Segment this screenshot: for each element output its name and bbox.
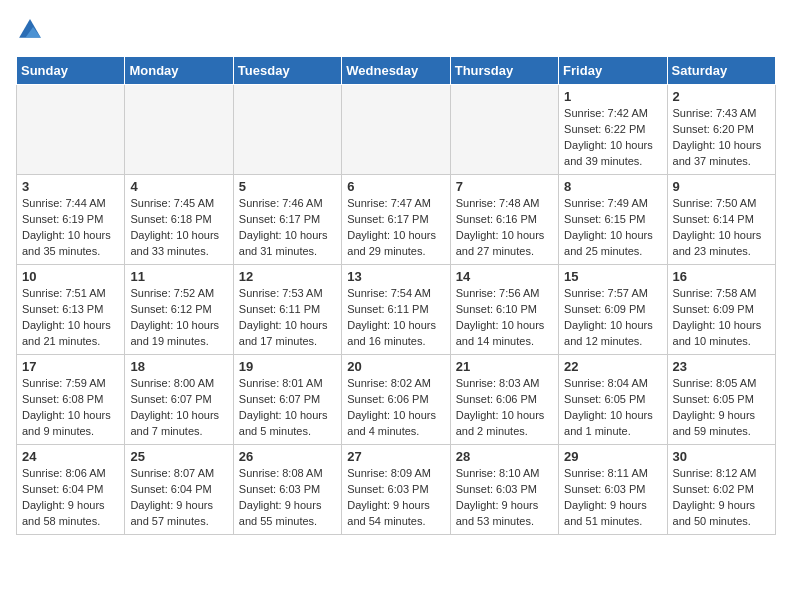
day-number: 1 [564, 89, 661, 104]
day-cell-2: 2Sunrise: 7:43 AM Sunset: 6:20 PM Daylig… [667, 85, 775, 175]
day-number: 19 [239, 359, 336, 374]
day-cell-17: 17Sunrise: 7:59 AM Sunset: 6:08 PM Dayli… [17, 355, 125, 445]
day-info: Sunrise: 7:58 AM Sunset: 6:09 PM Dayligh… [673, 286, 770, 350]
day-info: Sunrise: 8:12 AM Sunset: 6:02 PM Dayligh… [673, 466, 770, 530]
day-info: Sunrise: 7:47 AM Sunset: 6:17 PM Dayligh… [347, 196, 444, 260]
day-number: 10 [22, 269, 119, 284]
day-number: 9 [673, 179, 770, 194]
day-number: 15 [564, 269, 661, 284]
day-cell-29: 29Sunrise: 8:11 AM Sunset: 6:03 PM Dayli… [559, 445, 667, 535]
day-number: 18 [130, 359, 227, 374]
col-header-saturday: Saturday [667, 57, 775, 85]
day-cell-20: 20Sunrise: 8:02 AM Sunset: 6:06 PM Dayli… [342, 355, 450, 445]
day-number: 21 [456, 359, 553, 374]
empty-cell [233, 85, 341, 175]
day-info: Sunrise: 8:01 AM Sunset: 6:07 PM Dayligh… [239, 376, 336, 440]
day-info: Sunrise: 7:49 AM Sunset: 6:15 PM Dayligh… [564, 196, 661, 260]
day-cell-5: 5Sunrise: 7:46 AM Sunset: 6:17 PM Daylig… [233, 175, 341, 265]
day-info: Sunrise: 7:43 AM Sunset: 6:20 PM Dayligh… [673, 106, 770, 170]
day-cell-30: 30Sunrise: 8:12 AM Sunset: 6:02 PM Dayli… [667, 445, 775, 535]
day-cell-22: 22Sunrise: 8:04 AM Sunset: 6:05 PM Dayli… [559, 355, 667, 445]
day-cell-7: 7Sunrise: 7:48 AM Sunset: 6:16 PM Daylig… [450, 175, 558, 265]
empty-cell [450, 85, 558, 175]
day-number: 6 [347, 179, 444, 194]
day-number: 12 [239, 269, 336, 284]
day-cell-25: 25Sunrise: 8:07 AM Sunset: 6:04 PM Dayli… [125, 445, 233, 535]
col-header-tuesday: Tuesday [233, 57, 341, 85]
day-info: Sunrise: 7:56 AM Sunset: 6:10 PM Dayligh… [456, 286, 553, 350]
day-info: Sunrise: 7:48 AM Sunset: 6:16 PM Dayligh… [456, 196, 553, 260]
day-number: 3 [22, 179, 119, 194]
day-info: Sunrise: 8:06 AM Sunset: 6:04 PM Dayligh… [22, 466, 119, 530]
logo [16, 16, 48, 44]
day-info: Sunrise: 7:53 AM Sunset: 6:11 PM Dayligh… [239, 286, 336, 350]
day-number: 27 [347, 449, 444, 464]
day-cell-1: 1Sunrise: 7:42 AM Sunset: 6:22 PM Daylig… [559, 85, 667, 175]
day-cell-14: 14Sunrise: 7:56 AM Sunset: 6:10 PM Dayli… [450, 265, 558, 355]
day-info: Sunrise: 8:08 AM Sunset: 6:03 PM Dayligh… [239, 466, 336, 530]
day-cell-11: 11Sunrise: 7:52 AM Sunset: 6:12 PM Dayli… [125, 265, 233, 355]
day-number: 16 [673, 269, 770, 284]
day-number: 22 [564, 359, 661, 374]
day-info: Sunrise: 8:00 AM Sunset: 6:07 PM Dayligh… [130, 376, 227, 440]
day-number: 30 [673, 449, 770, 464]
col-header-thursday: Thursday [450, 57, 558, 85]
day-info: Sunrise: 7:42 AM Sunset: 6:22 PM Dayligh… [564, 106, 661, 170]
day-info: Sunrise: 7:45 AM Sunset: 6:18 PM Dayligh… [130, 196, 227, 260]
day-number: 13 [347, 269, 444, 284]
day-info: Sunrise: 8:03 AM Sunset: 6:06 PM Dayligh… [456, 376, 553, 440]
day-number: 20 [347, 359, 444, 374]
day-number: 26 [239, 449, 336, 464]
day-info: Sunrise: 8:04 AM Sunset: 6:05 PM Dayligh… [564, 376, 661, 440]
day-cell-3: 3Sunrise: 7:44 AM Sunset: 6:19 PM Daylig… [17, 175, 125, 265]
day-number: 29 [564, 449, 661, 464]
day-info: Sunrise: 7:46 AM Sunset: 6:17 PM Dayligh… [239, 196, 336, 260]
day-cell-19: 19Sunrise: 8:01 AM Sunset: 6:07 PM Dayli… [233, 355, 341, 445]
day-number: 14 [456, 269, 553, 284]
day-info: Sunrise: 7:57 AM Sunset: 6:09 PM Dayligh… [564, 286, 661, 350]
day-cell-16: 16Sunrise: 7:58 AM Sunset: 6:09 PM Dayli… [667, 265, 775, 355]
day-info: Sunrise: 8:05 AM Sunset: 6:05 PM Dayligh… [673, 376, 770, 440]
day-info: Sunrise: 8:07 AM Sunset: 6:04 PM Dayligh… [130, 466, 227, 530]
day-cell-15: 15Sunrise: 7:57 AM Sunset: 6:09 PM Dayli… [559, 265, 667, 355]
day-info: Sunrise: 8:02 AM Sunset: 6:06 PM Dayligh… [347, 376, 444, 440]
week-row-3: 10Sunrise: 7:51 AM Sunset: 6:13 PM Dayli… [17, 265, 776, 355]
day-info: Sunrise: 7:50 AM Sunset: 6:14 PM Dayligh… [673, 196, 770, 260]
header-row: SundayMondayTuesdayWednesdayThursdayFrid… [17, 57, 776, 85]
day-cell-9: 9Sunrise: 7:50 AM Sunset: 6:14 PM Daylig… [667, 175, 775, 265]
day-info: Sunrise: 8:09 AM Sunset: 6:03 PM Dayligh… [347, 466, 444, 530]
day-cell-24: 24Sunrise: 8:06 AM Sunset: 6:04 PM Dayli… [17, 445, 125, 535]
day-cell-18: 18Sunrise: 8:00 AM Sunset: 6:07 PM Dayli… [125, 355, 233, 445]
day-number: 24 [22, 449, 119, 464]
day-number: 25 [130, 449, 227, 464]
day-number: 7 [456, 179, 553, 194]
col-header-sunday: Sunday [17, 57, 125, 85]
day-number: 5 [239, 179, 336, 194]
day-cell-8: 8Sunrise: 7:49 AM Sunset: 6:15 PM Daylig… [559, 175, 667, 265]
day-cell-21: 21Sunrise: 8:03 AM Sunset: 6:06 PM Dayli… [450, 355, 558, 445]
day-number: 2 [673, 89, 770, 104]
day-cell-10: 10Sunrise: 7:51 AM Sunset: 6:13 PM Dayli… [17, 265, 125, 355]
day-number: 28 [456, 449, 553, 464]
day-info: Sunrise: 8:11 AM Sunset: 6:03 PM Dayligh… [564, 466, 661, 530]
day-cell-23: 23Sunrise: 8:05 AM Sunset: 6:05 PM Dayli… [667, 355, 775, 445]
calendar-table: SundayMondayTuesdayWednesdayThursdayFrid… [16, 56, 776, 535]
page-header [16, 16, 776, 44]
day-info: Sunrise: 7:59 AM Sunset: 6:08 PM Dayligh… [22, 376, 119, 440]
day-number: 8 [564, 179, 661, 194]
col-header-monday: Monday [125, 57, 233, 85]
week-row-1: 1Sunrise: 7:42 AM Sunset: 6:22 PM Daylig… [17, 85, 776, 175]
empty-cell [342, 85, 450, 175]
empty-cell [17, 85, 125, 175]
col-header-friday: Friday [559, 57, 667, 85]
day-number: 11 [130, 269, 227, 284]
day-cell-12: 12Sunrise: 7:53 AM Sunset: 6:11 PM Dayli… [233, 265, 341, 355]
day-cell-13: 13Sunrise: 7:54 AM Sunset: 6:11 PM Dayli… [342, 265, 450, 355]
day-cell-6: 6Sunrise: 7:47 AM Sunset: 6:17 PM Daylig… [342, 175, 450, 265]
day-info: Sunrise: 7:51 AM Sunset: 6:13 PM Dayligh… [22, 286, 119, 350]
day-cell-27: 27Sunrise: 8:09 AM Sunset: 6:03 PM Dayli… [342, 445, 450, 535]
week-row-4: 17Sunrise: 7:59 AM Sunset: 6:08 PM Dayli… [17, 355, 776, 445]
day-info: Sunrise: 7:54 AM Sunset: 6:11 PM Dayligh… [347, 286, 444, 350]
day-info: Sunrise: 7:52 AM Sunset: 6:12 PM Dayligh… [130, 286, 227, 350]
week-row-2: 3Sunrise: 7:44 AM Sunset: 6:19 PM Daylig… [17, 175, 776, 265]
